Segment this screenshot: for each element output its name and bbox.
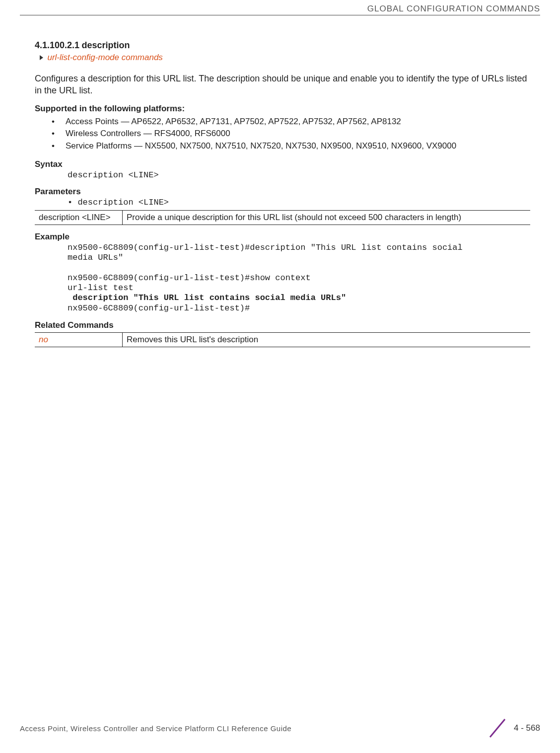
list-item: Access Points — AP6522, AP6532, AP7131, … <box>52 116 530 128</box>
table-row: no Removes this URL list's description <box>35 333 530 347</box>
example-line: nx9500-6C8809(config-url-list-test)# <box>68 303 250 313</box>
example-line: url-list test <box>68 283 134 293</box>
related-desc-cell: Removes this URL list's description <box>123 333 531 347</box>
svg-line-0 <box>490 719 505 737</box>
example-heading: Example <box>35 232 530 242</box>
table-row: description <LINE> Provide a unique desc… <box>35 210 530 225</box>
breadcrumb-arrow-icon <box>40 55 43 60</box>
example-line: nx9500-6C8809(config-url-list-test)#desc… <box>68 243 463 252</box>
breadcrumb: url-list-config-mode commands <box>40 53 530 63</box>
list-item: Service Platforms — NX5500, NX7500, NX75… <box>52 140 530 152</box>
example-line: nx9500-6C8809(config-url-list-test)#show… <box>68 273 311 283</box>
syntax-heading: Syntax <box>35 159 530 169</box>
section-title: description <box>82 40 130 50</box>
example-line-bold: description "This URL list contains soci… <box>68 293 346 302</box>
supported-list: Access Points — AP6522, AP6532, AP7131, … <box>35 116 530 152</box>
param-desc-cell: Provide a unique description for this UR… <box>123 210 531 225</box>
page-footer: Access Point, Wireless Controller and Se… <box>0 718 560 738</box>
page-content: 4.1.100.2.1 description url-list-config-… <box>0 15 560 347</box>
syntax-text: description <LINE> <box>68 170 530 180</box>
running-header: GLOBAL CONFIGURATION COMMANDS <box>0 0 560 15</box>
breadcrumb-link[interactable]: url-list-config-mode commands <box>47 53 162 62</box>
example-line: media URLs" <box>68 253 123 262</box>
related-cmd-link[interactable]: no <box>39 335 48 344</box>
related-commands-table: no Removes this URL list's description <box>35 332 530 347</box>
related-cmd-cell[interactable]: no <box>35 333 123 347</box>
parameters-bullet: • description <LINE> <box>68 198 530 207</box>
intro-paragraph: Configures a description for this URL li… <box>35 73 530 97</box>
param-name-cell: description <LINE> <box>35 210 123 225</box>
running-header-text: GLOBAL CONFIGURATION COMMANDS <box>367 4 540 13</box>
supported-heading: Supported in the following platforms: <box>35 104 530 114</box>
footer-slash-icon <box>485 718 510 738</box>
example-block: nx9500-6C8809(config-url-list-test)#desc… <box>68 243 530 314</box>
parameters-table: description <LINE> Provide a unique desc… <box>35 210 530 225</box>
footer-title: Access Point, Wireless Controller and Se… <box>20 724 291 733</box>
section-number: 4.1.100.2.1 <box>35 40 79 50</box>
section-heading: 4.1.100.2.1 description <box>35 40 530 51</box>
parameters-heading: Parameters <box>35 187 530 197</box>
related-heading: Related Commands <box>35 320 530 330</box>
footer-page-number: 4 - 568 <box>514 723 540 733</box>
list-item: Wireless Controllers — RFS4000, RFS6000 <box>52 128 530 140</box>
